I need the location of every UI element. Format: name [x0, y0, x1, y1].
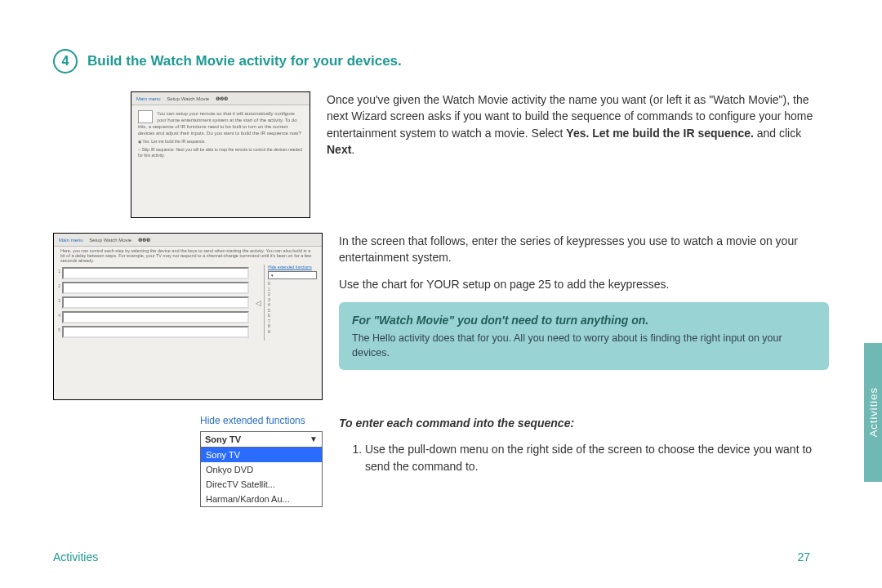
- hide-extended-link[interactable]: Hide extended functions: [200, 415, 323, 428]
- instruction-item: Use the pull-down menu on the right side…: [365, 441, 829, 474]
- breadcrumb: Main menu Setup Watch Movie ❶❷❸: [131, 92, 310, 105]
- paragraph-1: Once you've given the Watch Movie activi…: [327, 91, 829, 158]
- dropdown-selected: Sony TV: [205, 434, 241, 444]
- dropdown-option[interactable]: Harman/Kardon Au...: [201, 492, 322, 506]
- breadcrumb-sub: Setup Watch Movie: [89, 238, 131, 243]
- dropdown-option[interactable]: DirecTV Satellit...: [201, 477, 322, 492]
- wizard-body-text: You can setup your remote so that it wil…: [138, 111, 301, 136]
- callout-heading: For "Watch Movie" you don't need to turn…: [352, 312, 816, 328]
- sequence-slot: 1: [62, 267, 249, 279]
- sequence-slot: 5: [62, 326, 249, 338]
- number-keys-list: 012 345 678 9: [268, 281, 317, 334]
- clapperboard-icon: [138, 110, 153, 123]
- tip-callout: For "Watch Movie" you don't need to turn…: [339, 302, 829, 370]
- dropdown-option[interactable]: Sony TV: [201, 448, 322, 462]
- move-left-icon: ◁: [252, 265, 264, 341]
- screenshot-wizard-build-question: Main menu Setup Watch Movie ❶❷❸ You can …: [131, 91, 310, 218]
- breadcrumb-main: Main menu: [136, 96, 161, 101]
- device-select-mini: ▾: [268, 271, 317, 279]
- hide-extended-link: Hide extended functions: [268, 265, 317, 270]
- footer-page-number: 27: [797, 550, 810, 564]
- paragraph-2: In the screen that follows, enter the se…: [339, 233, 829, 266]
- screenshot-sequence-builder: Main menu Setup Watch Movie ❶❷❸ Here, yo…: [53, 233, 323, 400]
- device-dropdown[interactable]: Sony TV ▼ Sony TV Onkyo DVD DirecTV Sate…: [200, 431, 323, 507]
- dropdown-option[interactable]: Onkyo DVD: [201, 462, 322, 477]
- section-tab-label: Activities: [867, 387, 880, 437]
- callout-body: The Hello activity does that for you. Al…: [352, 332, 816, 360]
- instruction-list: Use the pull-down menu on the right side…: [339, 441, 829, 474]
- screenshot-device-dropdown: Hide extended functions Sony TV ▼ Sony T…: [200, 415, 323, 507]
- sequence-hint: Here, you can control each step by selec…: [54, 247, 322, 265]
- step-header: 4 Build the Watch Movie activity for you…: [53, 49, 829, 74]
- sequence-slot: 3: [62, 296, 249, 309]
- subheading: To enter each command into the sequence:: [339, 415, 829, 431]
- step-title: Build the Watch Movie activity for your …: [87, 53, 402, 69]
- section-tab-activities: Activities: [864, 343, 882, 482]
- radio-skip: ○ Skip IR sequence. Next you will be abl…: [138, 147, 303, 158]
- chevron-down-icon: ▼: [310, 434, 318, 443]
- sequence-slot: 2: [62, 282, 249, 294]
- breadcrumb-sub: Setup Watch Movie: [167, 96, 209, 101]
- footer-section-label: Activities: [53, 550, 98, 564]
- paragraph-3: Use the chart for YOUR setup on page 25 …: [339, 276, 829, 292]
- sequence-slot: 4: [62, 311, 249, 323]
- radio-yes: ◉ Yes. Let me build the IR sequence.: [138, 139, 303, 145]
- sequence-slots: 1 2 3 4 5: [59, 265, 252, 341]
- step-number-badge: 4: [53, 49, 78, 74]
- breadcrumb-main: Main menu: [59, 238, 83, 243]
- breadcrumb: Main menu Setup Watch Movie ❶❷❸: [54, 234, 322, 247]
